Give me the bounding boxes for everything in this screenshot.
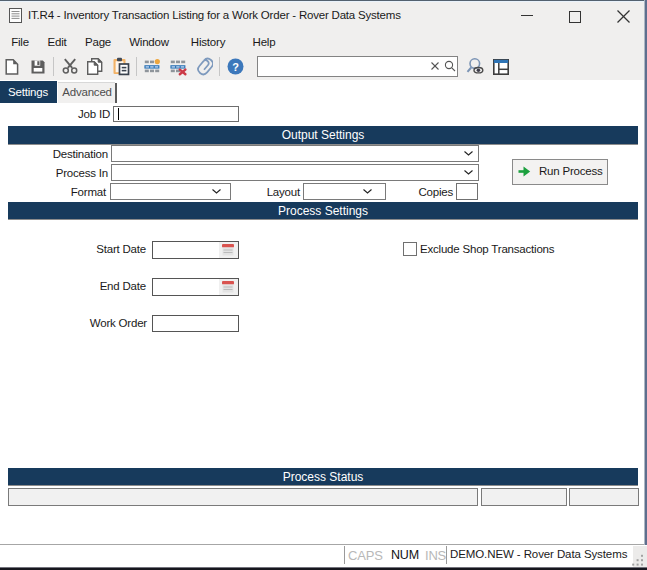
svg-text:?: ? — [232, 61, 239, 73]
